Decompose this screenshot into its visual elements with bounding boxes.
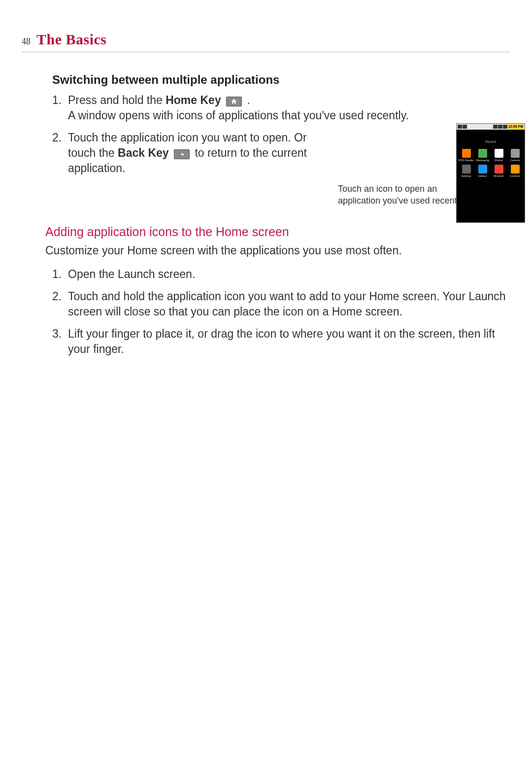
recent-app: Market — [491, 149, 506, 162]
back-key-icon — [174, 149, 190, 159]
chapter-title: The Basics — [36, 30, 107, 50]
step1-text: Open the Launch screen. — [68, 268, 195, 280]
step-1: 1. Open the Launch screen. — [52, 267, 510, 282]
step1-text-prefix: Press and hold the — [68, 94, 166, 106]
app-icon — [462, 165, 471, 174]
app-label: Gallery — [478, 174, 487, 178]
recent-app: Contacts — [507, 165, 523, 178]
step1-text-suffix: . — [247, 94, 250, 106]
app-icon — [462, 149, 471, 158]
step-number: 1. — [52, 267, 62, 282]
status-icon — [463, 125, 467, 129]
step-1: 1. Press and hold the Home Key . A windo… — [52, 93, 510, 123]
home-key-label: Home Key — [166, 94, 221, 106]
section1-heading: Switching between multiple applications — [52, 72, 510, 88]
app-icon — [495, 165, 503, 174]
app-label: Settings — [462, 174, 471, 178]
manual-page: 48 The Basics Switching between multiple… — [0, 0, 532, 765]
app-icon — [478, 165, 487, 174]
recent-apps-grid: RSS ReaderMessagingMarketCameraSettingsG… — [457, 147, 525, 180]
app-icon — [511, 165, 520, 174]
app-label: Browser — [494, 174, 503, 178]
app-icon — [478, 149, 487, 158]
step1-line2: A window opens with icons of application… — [68, 109, 409, 122]
recent-app: Messaging — [475, 149, 490, 162]
step-2: 2. Touch the application icon you want t… — [52, 130, 334, 176]
app-label: Contacts — [510, 174, 521, 178]
signal-icon — [493, 125, 498, 129]
app-label: Market — [495, 159, 503, 162]
status-right-icons: 12:00 PM — [493, 124, 524, 129]
phone-screenshot: 12:00 PM Recent RSS ReaderMessagingMarke… — [456, 123, 525, 223]
step-number: 1. — [52, 93, 62, 108]
recent-app: Camera — [507, 149, 523, 162]
wifi-icon — [498, 125, 502, 129]
section2-intro: Customize your Home screen with the appl… — [45, 243, 510, 258]
back-key-label: Back Key — [118, 146, 169, 159]
step-number: 2. — [52, 130, 62, 145]
section2-heading: Adding application icons to the Home scr… — [45, 224, 510, 241]
running-header: 48 The Basics — [22, 30, 510, 52]
home-key-icon — [226, 97, 242, 106]
app-label: Camera — [510, 159, 520, 162]
page-content: Switching between multiple applications … — [22, 72, 510, 357]
recent-app: Gallery — [475, 165, 490, 178]
app-label: RSS Reader — [459, 159, 474, 162]
status-time: 12:00 PM — [508, 124, 524, 129]
app-icon — [511, 149, 520, 158]
recent-label: Recent — [457, 130, 525, 147]
app-label: Messaging — [476, 159, 489, 162]
step3-text: Lift your finger to place it, or drag th… — [68, 327, 495, 355]
recent-app: RSS Reader — [459, 149, 474, 162]
battery-icon — [503, 125, 507, 129]
app-icon — [495, 149, 503, 158]
recent-app: Settings — [459, 165, 474, 178]
status-bar: 12:00 PM — [457, 124, 525, 130]
step-number: 3. — [52, 326, 62, 342]
section1-steps: 1. Press and hold the Home Key . A windo… — [52, 93, 510, 176]
status-left-icons — [458, 125, 467, 129]
status-icon — [458, 125, 462, 129]
step-3: 3. Lift your finger to place it, or drag… — [52, 326, 510, 357]
page-number: 48 — [22, 35, 31, 47]
step-number: 2. — [52, 289, 62, 304]
recent-app: Browser — [491, 165, 506, 178]
step-2: 2. Touch and hold the application icon y… — [52, 289, 510, 319]
step2-text: Touch and hold the application icon you … — [68, 290, 506, 318]
section2-steps: 1. Open the Launch screen. 2. Touch and … — [52, 267, 510, 357]
